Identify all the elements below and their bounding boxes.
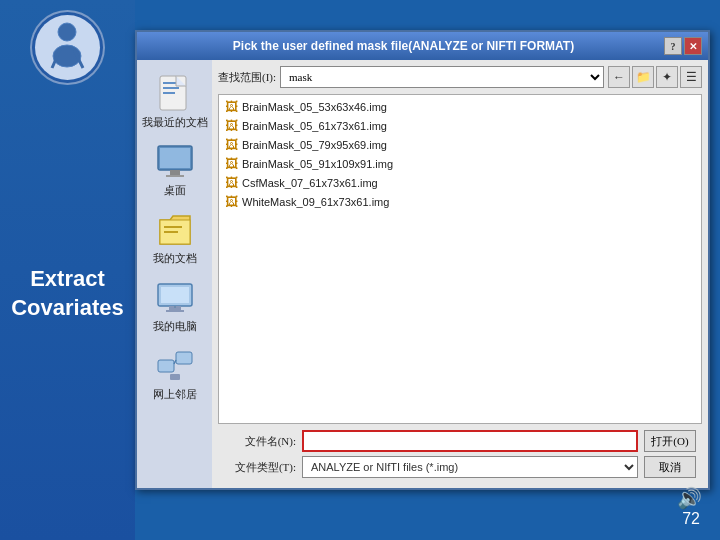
nav-item-mydocs[interactable]: 我的文档 xyxy=(140,204,210,272)
file-icon: 🖼 xyxy=(225,175,238,190)
dialog-titlebar: Pick the user defined mask file(ANALYZE … xyxy=(137,32,708,60)
file-item[interactable]: 🖼 CsfMask_07_61x73x61.img xyxy=(221,173,699,192)
svg-rect-21 xyxy=(176,352,192,364)
nav-label-recent: 我最近的文档 xyxy=(142,115,208,130)
location-select[interactable]: mask xyxy=(280,66,604,88)
svg-rect-10 xyxy=(170,170,180,175)
nav-label-network: 网上邻居 xyxy=(153,387,197,402)
dialog-bottom: 文件名(N): 打开(O) 文件类型(T): ANALYZE or NIfTI … xyxy=(218,424,702,482)
nav-item-network[interactable]: 网上邻居 xyxy=(140,340,210,408)
svg-rect-16 xyxy=(161,287,189,303)
svg-rect-23 xyxy=(170,374,180,380)
svg-rect-20 xyxy=(158,360,174,372)
filename-input[interactable] xyxy=(302,430,638,452)
dialog-title: Pick the user defined mask file(ANALYZE … xyxy=(143,39,664,53)
file-icon: 🖼 xyxy=(225,118,238,133)
nav-item-mycomputer[interactable]: 我的电脑 xyxy=(140,272,210,340)
file-icon: 🖼 xyxy=(225,156,238,171)
logo xyxy=(30,10,105,85)
file-name: BrainMask_05_91x109x91.img xyxy=(242,158,393,170)
logo-svg xyxy=(40,20,95,75)
svg-rect-14 xyxy=(164,231,178,233)
file-name: WhiteMask_09_61x73x61.img xyxy=(242,196,389,208)
svg-rect-7 xyxy=(163,92,175,94)
svg-rect-6 xyxy=(163,87,179,89)
filetype-select[interactable]: ANALYZE or NIfTI files (*.img) xyxy=(302,456,638,478)
svg-rect-11 xyxy=(166,175,184,177)
up-folder-button[interactable]: 📁 xyxy=(632,66,654,88)
filetype-label: 文件类型(T): xyxy=(224,460,296,475)
filename-row: 文件名(N): 打开(O) xyxy=(224,430,696,452)
dialog-content: 我最近的文档 桌面 我的文档 xyxy=(137,60,708,488)
back-button[interactable]: ← xyxy=(608,66,630,88)
network-icon xyxy=(156,346,194,384)
new-folder-button[interactable]: ✦ xyxy=(656,66,678,88)
file-name: CsfMask_07_61x73x61.img xyxy=(242,177,378,189)
titlebar-buttons: ? ✕ xyxy=(664,37,702,55)
extract-label: Extract Covariates xyxy=(11,265,124,322)
filetype-row: 文件类型(T): ANALYZE or NIfTI files (*.img) … xyxy=(224,456,696,478)
nav-label-mycomputer: 我的电脑 xyxy=(153,319,197,334)
location-label: 查找范围(I): xyxy=(218,70,276,85)
location-bar: 查找范围(I): mask ← 📁 ✦ ☰ xyxy=(218,66,702,88)
view-button[interactable]: ☰ xyxy=(680,66,702,88)
nav-label-mydocs: 我的文档 xyxy=(153,251,197,266)
file-name: BrainMask_05_61x73x61.img xyxy=(242,120,387,132)
file-item[interactable]: 🖼 WhiteMask_09_61x73x61.img xyxy=(221,192,699,211)
left-panel: Extract Covariates xyxy=(0,0,135,540)
page-number: 72 xyxy=(682,510,700,528)
cancel-button[interactable]: 取消 xyxy=(644,456,696,478)
nav-label-desktop: 桌面 xyxy=(164,183,186,198)
recent-docs-icon xyxy=(156,74,194,112)
nav-item-recent[interactable]: 我最近的文档 xyxy=(140,68,210,136)
file-icon: 🖼 xyxy=(225,194,238,209)
file-icon: 🖼 xyxy=(225,99,238,114)
svg-line-22 xyxy=(174,360,176,364)
my-docs-icon xyxy=(156,210,194,248)
svg-rect-9 xyxy=(160,148,190,168)
file-name: BrainMask_05_79x95x69.img xyxy=(242,139,387,151)
desktop-icon xyxy=(156,142,194,180)
open-button[interactable]: 打开(O) xyxy=(644,430,696,452)
filename-label: 文件名(N): xyxy=(224,434,296,449)
svg-point-19 xyxy=(174,306,176,308)
file-item[interactable]: 🖼 BrainMask_05_79x95x69.img xyxy=(221,135,699,154)
nav-item-desktop[interactable]: 桌面 xyxy=(140,136,210,204)
file-dialog: Pick the user defined mask file(ANALYZE … xyxy=(135,30,710,490)
file-item[interactable]: 🖼 BrainMask_05_61x73x61.img xyxy=(221,116,699,135)
svg-point-0 xyxy=(58,23,76,41)
svg-rect-13 xyxy=(164,226,182,228)
toolbar-buttons: ← 📁 ✦ ☰ xyxy=(608,66,702,88)
my-computer-icon xyxy=(156,278,194,316)
speaker-icon: 🔊 xyxy=(677,486,702,510)
svg-rect-18 xyxy=(166,310,184,312)
file-name: BrainMask_05_53x63x46.img xyxy=(242,101,387,113)
file-icon: 🖼 xyxy=(225,137,238,152)
help-button[interactable]: ? xyxy=(664,37,682,55)
close-button[interactable]: ✕ xyxy=(684,37,702,55)
dialog-nav: 我最近的文档 桌面 我的文档 xyxy=(137,60,212,488)
logo-inner xyxy=(35,15,100,80)
dialog-main: 查找范围(I): mask ← 📁 ✦ ☰ 🖼 BrainMask_05_53x… xyxy=(212,60,708,488)
file-item[interactable]: 🖼 BrainMask_05_53x63x46.img xyxy=(221,97,699,116)
file-item[interactable]: 🖼 BrainMask_05_91x109x91.img xyxy=(221,154,699,173)
file-list[interactable]: 🖼 BrainMask_05_53x63x46.img 🖼 BrainMask_… xyxy=(218,94,702,424)
